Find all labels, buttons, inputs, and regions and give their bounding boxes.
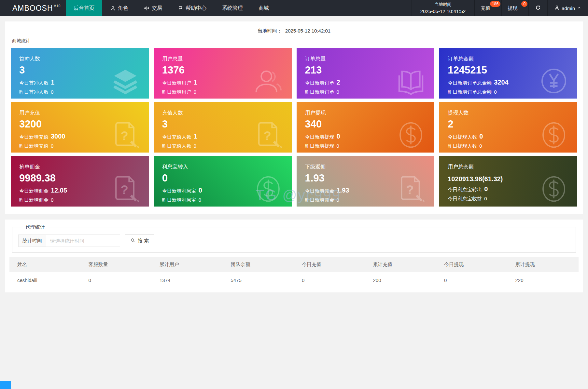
agent-fieldset: 代理统计 统计时间 搜 索	[12, 224, 576, 253]
card-yesterday-label: 昨日新增利息宝	[162, 197, 196, 203]
refresh-button[interactable]	[528, 0, 547, 16]
card-today-value: 12.05	[51, 187, 67, 194]
table-header-row: 姓名客服数量累计用户团队余额今日充值累计充值今日提现累计提现	[9, 257, 579, 272]
card-today-label: 今日新增用户	[162, 80, 191, 86]
stat-card-sub-rebate: 下级返佣1.93今日新增佣金1.93昨日新增佣金0?	[297, 156, 435, 207]
card-title: 用户提现	[305, 110, 435, 116]
section-title-mall-stats: 商城统计	[12, 38, 583, 44]
withdraw-link[interactable]: 0 提现	[501, 0, 528, 16]
card-yesterday-value: 0	[484, 196, 487, 201]
card-yesterday-value: 0	[51, 89, 53, 95]
nav-item-mall[interactable]: 商城	[251, 0, 277, 16]
nav-item-label: 角色	[118, 5, 128, 12]
col-total-withdraw: 累计提现	[508, 257, 579, 272]
card-today-value: 1	[194, 79, 197, 86]
panel-time-value: 2025-05-12 10:42:01	[285, 28, 330, 34]
card-yesterday-label: 昨日新增提现	[305, 143, 334, 149]
withdraw-label: 提现	[508, 5, 517, 11]
card-today-label: 今日新增佣金	[19, 188, 49, 194]
recharge-link[interactable]: 186 充值	[474, 0, 501, 16]
card-today-value: 0	[199, 187, 202, 194]
svg-text:?: ?	[120, 129, 128, 143]
svg-text:?: ?	[263, 129, 271, 143]
card-yesterday-label: 昨日新增订单	[305, 89, 334, 95]
withdraw-badge: 0	[521, 1, 527, 7]
col-today-recharge: 今日充值	[294, 257, 365, 272]
nav-item-roles[interactable]: 角色	[102, 0, 136, 16]
card-yesterday-label: 昨日新增用户	[162, 89, 191, 95]
stat-card-order-commission: 抢单佣金9989.38今日新增佣金12.05昨日新增佣金0?	[11, 156, 149, 207]
card-yesterday-value: 0	[51, 197, 53, 203]
stat-cards-grid: TG @yc999 首冲人数3今日首冲人数1昨日首冲人数0用户总量1376今日新…	[11, 48, 577, 214]
nav-user-icon	[110, 6, 116, 11]
cell-team-balance: 5475	[223, 272, 294, 289]
nav-item-label: 商城	[259, 5, 269, 12]
yen-circle-icon	[539, 66, 569, 96]
dollar-circle-icon	[539, 120, 569, 150]
svg-text:?: ?	[406, 183, 414, 197]
nav-menu: 后台首页角色交易帮助中心系统管理商城	[66, 0, 277, 16]
nav-item-trade[interactable]: 交易	[136, 0, 170, 16]
cell-today-withdraw: 0	[436, 272, 508, 289]
card-today-label: 今日新增佣金	[305, 188, 334, 194]
card-today-label: 今日首冲人数	[19, 80, 49, 86]
card-today-label: 今日新增提现	[305, 134, 334, 140]
card-today-value: 3204	[494, 79, 509, 86]
search-button[interactable]: 搜 索	[125, 234, 154, 247]
cell-total-users: 1374	[152, 272, 223, 289]
card-yesterday-label: 昨日充值人数	[162, 143, 191, 149]
cell-today-recharge: 0	[294, 272, 365, 289]
nav-item-label: 交易	[152, 5, 162, 12]
nav-item-system-management[interactable]: 系统管理	[214, 0, 251, 16]
card-yesterday-label: 昨日新增订单总金额	[448, 89, 492, 95]
stat-card-total-users: 用户总量1376今日新增用户1昨日新增用户0	[154, 48, 292, 99]
col-total-recharge: 累计充值	[365, 257, 437, 272]
card-title: 下级返佣	[305, 164, 435, 170]
chevron-up-icon	[577, 6, 581, 11]
nav-item-help-center[interactable]: 帮助中心	[170, 0, 214, 16]
book-icon	[396, 66, 426, 96]
stat-card-recharge-users: 充值人数3今日充值人数1昨日充值人数0?	[154, 102, 292, 153]
stat-card-interest-transfer-in: 利息宝转入0今日新增利息宝0昨日新增利息宝0	[154, 156, 292, 207]
filter-label: 统计时间	[18, 235, 46, 247]
col-today-withdraw: 今日提现	[436, 257, 508, 272]
card-yesterday-value: 0	[479, 143, 482, 149]
card-today-label: 今日新增利息宝	[162, 188, 196, 194]
bottom-left-blue-button[interactable]	[0, 381, 11, 389]
panel-time-label: 当地时间：	[258, 28, 282, 34]
card-yesterday-value: 0	[199, 197, 201, 203]
top-navbar: AMBOOSHV10 后台首页角色交易帮助中心系统管理商城 当地时间 2025-…	[0, 0, 588, 16]
card-title: 用户总余额	[448, 164, 577, 170]
card-title: 用户充值	[19, 110, 149, 116]
table-body: ceshidaili01374547502000220	[9, 272, 579, 289]
cell-agent-name: ceshidaili	[9, 272, 81, 289]
nav-item-label: 系统管理	[222, 5, 243, 12]
card-yesterday-value: 0	[494, 89, 497, 95]
filter-row: 统计时间 搜 索	[18, 234, 570, 247]
agent-table: 姓名客服数量累计用户团队余额今日充值累计充值今日提现累计提现 ceshidail…	[9, 257, 579, 289]
nav-item-label: 帮助中心	[186, 5, 206, 12]
card-title: 首冲人数	[19, 56, 149, 62]
card-today-label: 今日充值人数	[162, 134, 191, 140]
card-yesterday-value: 0	[194, 143, 196, 149]
user-menu[interactable]: admin	[547, 0, 588, 16]
card-yesterday-value: 0	[194, 89, 196, 95]
dollar-circle-icon	[396, 120, 426, 150]
dollar-circle-icon	[539, 174, 569, 204]
card-title: 充值人数	[162, 110, 292, 116]
stat-card-total-order-amount: 订单总金额1245215今日新增订单总金额3204昨日新增订单总金额0	[439, 48, 577, 99]
doc-edit-icon: ?	[253, 120, 283, 150]
card-title: 提现人数	[448, 110, 577, 116]
nav-item-home[interactable]: 后台首页	[66, 0, 102, 16]
local-time-value: 2025-05-12 10:41:52	[420, 8, 466, 15]
stat-card-first-charge-users: 首冲人数3今日首冲人数1昨日首冲人数0	[11, 48, 149, 99]
card-today-value: 2	[337, 79, 340, 86]
card-title: 订单总量	[305, 56, 435, 62]
card-yesterday-value: 0	[51, 143, 53, 149]
stat-card-withdraw-users: 提现人数2今日提现人数0昨日提现人数0	[439, 102, 577, 153]
card-today-label: 今日提现人数	[448, 134, 477, 140]
card-today-value: 1	[194, 133, 197, 140]
card-yesterday-label: 昨日新增充值	[19, 143, 49, 149]
date-range-input[interactable]	[46, 235, 120, 247]
mall-stats-panel: 当地时间：2025-05-12 10:42:01 商城统计 TG @yc999 …	[5, 21, 583, 214]
